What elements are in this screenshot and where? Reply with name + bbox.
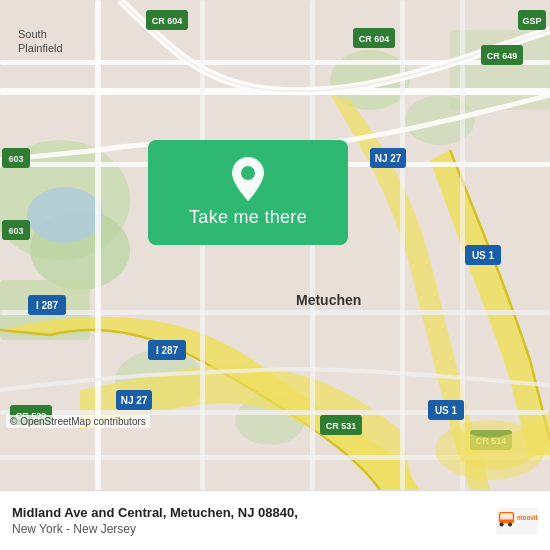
address-line: Midland Ave and Central, Metuchen, NJ 08… bbox=[12, 504, 496, 522]
svg-text:Metuchen: Metuchen bbox=[296, 292, 361, 308]
take-me-there-label: Take me there bbox=[189, 207, 307, 228]
svg-text:NJ 27: NJ 27 bbox=[121, 395, 148, 406]
svg-rect-18 bbox=[310, 0, 315, 490]
svg-text:CR 649: CR 649 bbox=[487, 51, 518, 61]
svg-text:NJ 27: NJ 27 bbox=[375, 153, 402, 164]
svg-text:I 287: I 287 bbox=[156, 345, 179, 356]
svg-text:moovit: moovit bbox=[517, 514, 538, 521]
svg-text:GSP: GSP bbox=[522, 16, 541, 26]
moovit-icon: moovit bbox=[496, 506, 538, 536]
sub-line: New York - New Jersey bbox=[12, 521, 496, 537]
svg-text:US 1: US 1 bbox=[472, 250, 495, 261]
svg-point-59 bbox=[500, 522, 504, 526]
svg-point-55 bbox=[241, 166, 255, 180]
svg-point-9 bbox=[27, 187, 103, 243]
footer: Midland Ave and Central, Metuchen, NJ 08… bbox=[0, 490, 550, 550]
svg-rect-13 bbox=[0, 310, 550, 315]
svg-text:CR 531: CR 531 bbox=[326, 421, 357, 431]
location-pin-icon bbox=[230, 157, 266, 201]
svg-rect-58 bbox=[500, 513, 513, 519]
take-me-there-button[interactable]: Take me there bbox=[148, 140, 348, 245]
svg-text:US 1: US 1 bbox=[435, 405, 458, 416]
openstreetmap-credit: © OpenStreetMap contributors bbox=[6, 415, 150, 428]
footer-text: Midland Ave and Central, Metuchen, NJ 08… bbox=[12, 504, 496, 538]
svg-text:603: 603 bbox=[8, 154, 23, 164]
svg-text:I 287: I 287 bbox=[36, 300, 59, 311]
map-container: I 287 I 287 US 1 US 1 NJ 27 NJ 27 CR 604… bbox=[0, 0, 550, 490]
svg-text:South: South bbox=[18, 28, 47, 40]
svg-text:CR 604: CR 604 bbox=[359, 34, 390, 44]
moovit-logo: moovit bbox=[496, 506, 538, 536]
svg-text:CR 604: CR 604 bbox=[152, 16, 183, 26]
svg-text:603: 603 bbox=[8, 226, 23, 236]
svg-point-60 bbox=[508, 522, 512, 526]
svg-text:Plainfield: Plainfield bbox=[18, 42, 63, 54]
